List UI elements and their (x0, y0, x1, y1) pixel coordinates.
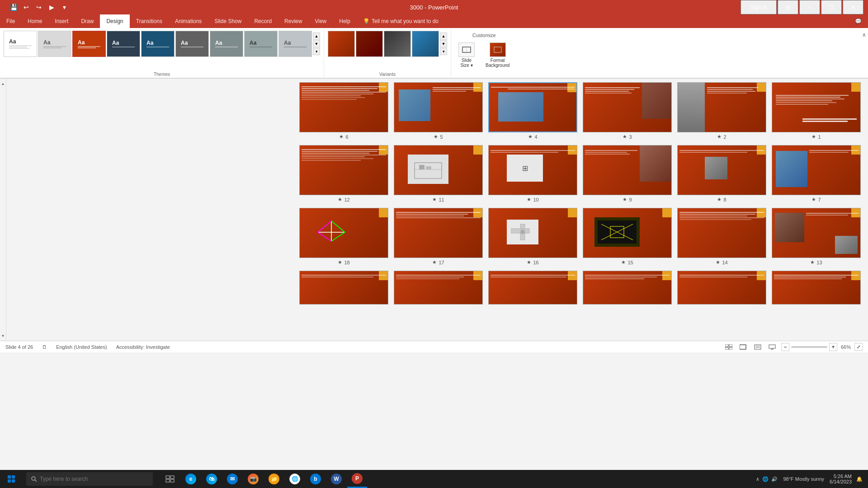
variant-scroll-up[interactable]: ▲ (440, 33, 447, 40)
slide-thumb-15[interactable] (583, 208, 672, 258)
normal-view-button[interactable] (723, 342, 734, 352)
format-background-button[interactable]: FormatBackground (482, 41, 513, 70)
minimize-button[interactable]: ─ (799, 0, 820, 14)
variant-2[interactable] (356, 31, 383, 57)
tab-review[interactable]: Review (278, 14, 308, 28)
tray-expand-button[interactable]: ∧ (756, 476, 760, 482)
tab-view[interactable]: View (308, 14, 333, 28)
slide-thumb-17[interactable] (394, 208, 483, 258)
zoom-out-button[interactable]: − (781, 343, 789, 351)
slide-thumb-14[interactable] (677, 208, 766, 258)
tab-file[interactable]: File (0, 14, 21, 28)
tab-transitions[interactable]: Transitions (130, 14, 169, 28)
theme-6[interactable]: Aa (175, 31, 209, 57)
slide-item-21[interactable] (583, 271, 672, 305)
slide-item-19[interactable] (772, 271, 861, 305)
theme-expand[interactable]: ▾ (313, 48, 320, 55)
variant-expand[interactable]: ▾ (440, 48, 447, 55)
slide-item-10[interactable]: ⊞ ★ 10 (488, 145, 577, 202)
slide-thumb-9[interactable] (583, 145, 672, 195)
start-button[interactable] (0, 470, 23, 488)
theme-8[interactable]: Aa (244, 31, 278, 57)
tab-record[interactable]: Record (248, 14, 278, 28)
customize-qa-button[interactable]: ▾ (59, 2, 70, 13)
slide-item-16[interactable]: ★ 16 (488, 208, 577, 265)
theme-4[interactable]: Aa (107, 31, 140, 57)
slide-thumb-19[interactable] (772, 271, 861, 305)
slide-item-8[interactable]: ★ 8 (677, 145, 766, 202)
theme-scroll-up[interactable]: ▲ (313, 33, 320, 40)
slide-thumb-3[interactable] (583, 82, 672, 132)
close-button[interactable]: ✕ (843, 0, 863, 14)
ribbon-collapse-button[interactable]: ∧ (862, 32, 866, 38)
slide-thumb-6[interactable] (299, 82, 388, 132)
slide-item-3[interactable]: ★ 3 (583, 82, 672, 140)
presenter-view-button[interactable] (767, 342, 778, 352)
slide-thumb-2[interactable] (677, 82, 766, 132)
slide-thumb-7[interactable] (772, 145, 861, 195)
slide-item-15[interactable]: ★ 15 (583, 208, 672, 265)
notifications-button[interactable]: 🔔 (856, 476, 863, 482)
scroll-down-arrow[interactable]: ▼ (0, 333, 6, 339)
slide-item-23[interactable] (394, 271, 483, 305)
network-icon[interactable]: 🌐 (762, 476, 769, 482)
theme-scroll-down[interactable]: ▼ (313, 40, 320, 47)
slide-thumb-4[interactable] (488, 82, 577, 132)
tab-animations[interactable]: Animations (169, 14, 208, 28)
slide-item-7[interactable]: ★ 7 (772, 145, 861, 202)
taskbar-app-store[interactable]: 🛍 (202, 470, 222, 488)
save-button[interactable]: 💾 (8, 2, 19, 13)
taskbar-app-taskview[interactable] (160, 470, 180, 488)
slide-item-14[interactable]: ★ 14 (677, 208, 766, 265)
slide-thumb-5[interactable] (394, 82, 483, 132)
taskbar-app-edge[interactable]: e (181, 470, 201, 488)
taskbar-app-photos[interactable]: 📷 (243, 470, 263, 488)
slide-size-button[interactable]: SlideSize ▾ (455, 41, 478, 70)
notes-button[interactable]: 🗒 (42, 344, 47, 350)
slide-item-22[interactable] (488, 271, 577, 305)
taskbar-search[interactable] (26, 472, 153, 486)
slide-item-9[interactable]: ★ 9 (583, 145, 672, 202)
variant-1[interactable] (328, 31, 355, 57)
slide-item-11[interactable]: ★ 11 (394, 145, 483, 202)
accessibility-button[interactable]: Accessibility: Investigate (116, 344, 170, 350)
taskbar-app-mail[interactable]: ✉ (222, 470, 242, 488)
tab-slideshow[interactable]: Slide Show (208, 14, 248, 28)
variant-scroll-down[interactable]: ▼ (440, 40, 447, 47)
taskbar-app-word[interactable]: W (326, 470, 346, 488)
ribbon-display-button[interactable]: ⊟ (778, 0, 798, 14)
tab-draw[interactable]: Draw (75, 14, 100, 28)
zoom-slider[interactable] (791, 346, 827, 348)
slide-thumb-1[interactable] (772, 82, 861, 132)
theme-7[interactable]: Aa (210, 31, 243, 57)
tell-me-button[interactable]: 💡 Tell me what you want to do (357, 14, 445, 28)
sign-in-button[interactable]: Sign in (741, 0, 777, 14)
theme-default[interactable]: Aa (4, 31, 37, 57)
zoom-in-button[interactable]: + (829, 343, 837, 351)
tab-help[interactable]: Help (333, 14, 357, 28)
search-input[interactable] (40, 476, 130, 482)
fit-slide-button[interactable]: ⤢ (854, 343, 863, 351)
scroll-up-arrow[interactable]: ▲ (0, 80, 6, 87)
slide-thumb-18[interactable] (299, 208, 388, 258)
slide-thumb-8[interactable] (677, 145, 766, 195)
speaker-icon[interactable]: 🔊 (771, 476, 778, 482)
slide-item-12[interactable]: ★ 12 (299, 145, 388, 202)
undo-button[interactable]: ↩ (21, 2, 32, 13)
slide-thumb-23[interactable] (394, 271, 483, 305)
slide-thumb-20[interactable] (677, 271, 766, 305)
redo-button[interactable]: ↪ (33, 2, 44, 13)
slide-thumb-11[interactable] (394, 145, 483, 195)
taskbar-app-powerpoint[interactable]: P (347, 470, 367, 488)
variant-3[interactable] (384, 31, 411, 57)
slide-thumb-22[interactable] (488, 271, 577, 305)
datetime-display[interactable]: 5:26 AM 6/14/2023 (830, 474, 852, 484)
slide-item-5[interactable]: ★ 5 (394, 82, 483, 140)
slide-item-2[interactable]: ★ 2 (677, 82, 766, 140)
taskbar-app-bing[interactable]: b (306, 470, 326, 488)
slide-item-24[interactable] (299, 271, 388, 305)
slide-thumb-21[interactable] (583, 271, 672, 305)
theme-5[interactable]: Aa (141, 31, 175, 57)
slide-item-1[interactable]: ★ 1 (772, 82, 861, 140)
slide-item-20[interactable] (677, 271, 766, 305)
